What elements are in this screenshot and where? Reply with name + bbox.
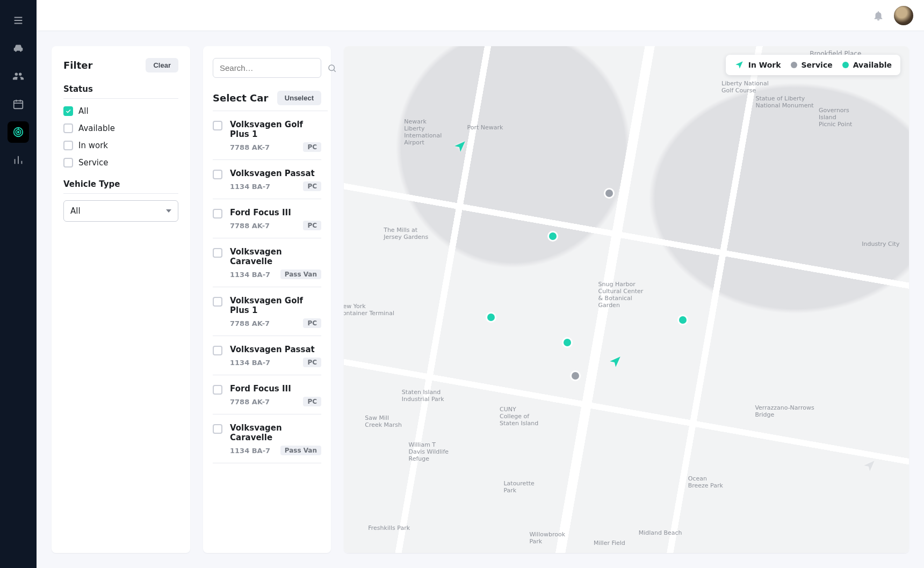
car-list-item[interactable]: Volksvagen Caravelle1134 BA-7Pass Van: [213, 238, 321, 287]
map-marker-service[interactable]: [605, 190, 613, 197]
bell-icon: [872, 10, 884, 21]
menu-icon: [12, 14, 24, 26]
checkbox-icon[interactable]: [213, 170, 222, 179]
car-name: Ford Focus III: [230, 384, 321, 394]
arrow-icon: [734, 60, 744, 70]
car-type-badge: PC: [303, 181, 321, 191]
arrow-icon: [608, 355, 622, 369]
nav-reports[interactable]: [8, 149, 29, 171]
map-marker-arrow[interactable]: [453, 140, 467, 156]
car-plate: 7788 AK-7: [230, 143, 270, 151]
nav-calendar[interactable]: [8, 93, 29, 115]
car-list-item[interactable]: Volksvagen Golf Plus 17788 AK-7PC: [213, 287, 321, 336]
status-check-service[interactable]: Service: [63, 158, 178, 168]
nav-menu-button[interactable]: [8, 10, 29, 31]
car-list-panel: Select Car Unselect Volksvagen Golf Plus…: [203, 46, 331, 553]
calendar-icon: [12, 98, 24, 110]
checkbox-icon[interactable]: [213, 346, 222, 355]
status-label: Available: [78, 123, 115, 133]
map-marker-available[interactable]: [679, 316, 687, 324]
map-marker-available[interactable]: [564, 339, 571, 346]
car-list-item[interactable]: Volksvagen Passat1134 BA-7PC: [213, 336, 321, 375]
checkbox-icon: [63, 123, 73, 133]
top-header: [37, 0, 924, 31]
arrow-icon: [862, 459, 876, 473]
chevron-down-icon: [166, 209, 171, 213]
car-plate: 1134 BA-7: [230, 359, 270, 367]
main-area: Filter Clear Status AllAvailableIn workS…: [37, 31, 924, 568]
vehicle-type-value: All: [70, 206, 81, 216]
car-type-badge: Pass Van: [280, 446, 321, 455]
car-list-item[interactable]: Ford Focus III7788 AK-7PC: [213, 375, 321, 414]
checkbox-icon: [63, 141, 73, 150]
map-marker-available[interactable]: [549, 232, 557, 240]
dot-icon: [572, 372, 579, 380]
notifications-button[interactable]: [872, 10, 884, 21]
legend-in-work: In Work: [734, 60, 781, 70]
car-type-badge: Pass Van: [280, 270, 321, 279]
checkbox-icon: [63, 158, 73, 168]
status-check-all[interactable]: All: [63, 106, 178, 116]
filter-title: Filter: [63, 60, 92, 71]
search-field[interactable]: [213, 58, 321, 78]
avatar[interactable]: [894, 6, 913, 25]
checkbox-icon[interactable]: [213, 385, 222, 395]
car-plate: 1134 BA-7: [230, 183, 270, 191]
car-type-badge: PC: [303, 358, 321, 367]
car-list-item[interactable]: Volksvagen Passat1134 BA-7PC: [213, 160, 321, 199]
nav-people[interactable]: [8, 65, 29, 87]
checkbox-icon[interactable]: [213, 209, 222, 219]
checkbox-icon[interactable]: [213, 297, 222, 307]
dot-icon: [842, 62, 849, 68]
svg-point-4: [329, 65, 335, 71]
car-name: Volksvagen Caravelle: [230, 247, 321, 266]
dot-icon: [791, 62, 797, 68]
checkbox-icon[interactable]: [213, 424, 222, 434]
status-label: All: [78, 106, 89, 116]
legend-service: Service: [791, 61, 833, 69]
checkbox-icon[interactable]: [213, 121, 222, 130]
bars-icon: [12, 154, 24, 166]
map-marker-arrow[interactable]: [608, 355, 622, 371]
car-plate: 1134 BA-7: [230, 271, 270, 279]
nav-vehicles[interactable]: [8, 38, 29, 59]
map-legend: In Work Service Available: [726, 55, 900, 75]
side-nav: [0, 0, 37, 568]
map-marker-available[interactable]: [487, 314, 495, 321]
status-label: In work: [78, 141, 108, 150]
map-background: [344, 46, 909, 553]
clear-filter-button[interactable]: Clear: [146, 58, 178, 72]
map-marker-arrow[interactable]: [862, 459, 876, 475]
car-type-badge: PC: [303, 318, 321, 328]
radar-icon: [12, 126, 24, 138]
filter-panel: Filter Clear Status AllAvailableIn workS…: [52, 46, 190, 553]
vehicle-type-select[interactable]: All: [63, 200, 178, 222]
checkbox-icon[interactable]: [213, 248, 222, 258]
car-list-item[interactable]: Volksvagen Golf Plus 17788 AK-7PC: [213, 111, 321, 160]
dot-icon: [605, 190, 613, 197]
divider: [63, 193, 178, 194]
car-name: Volksvagen Passat: [230, 169, 321, 178]
car-type-badge: PC: [303, 221, 321, 230]
unselect-button[interactable]: Unselect: [277, 91, 321, 105]
nav-tracking[interactable]: [8, 121, 29, 143]
status-check-available[interactable]: Available: [63, 123, 178, 133]
status-section-title: Status: [63, 84, 178, 94]
svg-rect-0: [14, 101, 23, 109]
map-panel[interactable]: Brookfield PlaceLibertyState ParkThe Bat…: [344, 46, 909, 553]
car-plate: 7788 AK-7: [230, 319, 270, 327]
map-marker-service[interactable]: [572, 372, 579, 380]
car-list-item[interactable]: Volksvagen Caravelle1134 BA-7Pass Van: [213, 414, 321, 463]
car-list-title: Select Car: [213, 92, 268, 104]
car-list-item[interactable]: Ford Focus III7788 AK-7PC: [213, 199, 321, 238]
search-input[interactable]: [219, 63, 323, 73]
dot-icon: [487, 314, 495, 321]
status-check-in-work[interactable]: In work: [63, 141, 178, 150]
people-icon: [12, 70, 24, 82]
car-name: Ford Focus III: [230, 208, 321, 217]
status-label: Service: [78, 158, 108, 168]
car-name: Volksvagen Golf Plus 1: [230, 120, 321, 139]
car-name: Volksvagen Golf Plus 1: [230, 296, 321, 315]
car-plate: 7788 AK-7: [230, 398, 270, 406]
legend-available: Available: [842, 61, 892, 69]
